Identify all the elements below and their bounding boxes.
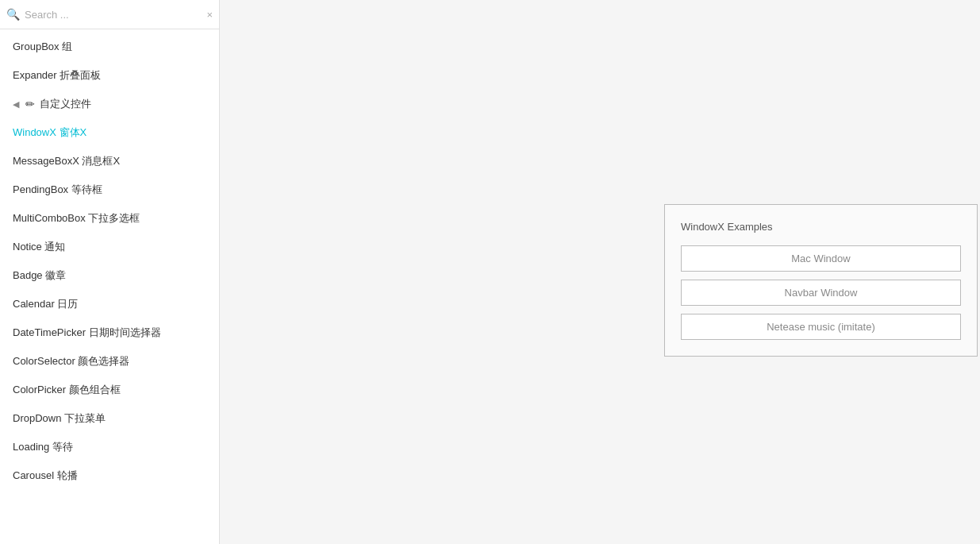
search-clear-button[interactable]: × [206, 10, 213, 20]
main-content: WindowX Examples Mac WindowNavbar Window… [220, 0, 980, 544]
sidebar-item-label: ColorPicker 颜色组合框 [13, 383, 121, 397]
search-icon: 🔍 [6, 8, 20, 21]
sidebar-item-groupbox[interactable]: GroupBox 组 [0, 33, 219, 61]
sidebar-item-label: Carousel 轮播 [13, 469, 78, 483]
windowx-examples-title: WindowX Examples [681, 221, 961, 233]
sidebar-item-messageboxX[interactable]: MessageBoxX 消息框X [0, 147, 219, 176]
sidebar-item-label: DropDown 下拉菜单 [13, 411, 106, 426]
sidebar-item-label: DateTimePicker 日期时间选择器 [13, 326, 161, 340]
sidebar-item-label: PendingBox 等待框 [13, 183, 102, 197]
sidebar-item-label: MultiComboBox 下拉多选框 [13, 211, 140, 226]
sidebar-item-datetimepicker[interactable]: DateTimePicker 日期时间选择器 [0, 318, 219, 347]
navbar-window-button[interactable]: Navbar Window [681, 280, 961, 306]
sidebar-item-label: GroupBox 组 [13, 40, 72, 54]
sidebar: 🔍 × GroupBox 组Expander 折叠面板◀✏自定义控件Window… [0, 0, 220, 544]
sidebar-item-colorselector[interactable]: ColorSelector 颜色选择器 [0, 347, 219, 376]
sidebar-item-multicombobox[interactable]: MultiComboBox 下拉多选框 [0, 204, 219, 233]
sidebar-item-label: WindowX 窗体X [13, 125, 86, 140]
pencil-icon: ✏ [25, 98, 35, 110]
windowx-buttons-container: Mac WindowNavbar WindowNetease music (im… [681, 245, 961, 340]
sidebar-item-expander[interactable]: Expander 折叠面板 [0, 61, 219, 90]
sidebar-item-colorpicker[interactable]: ColorPicker 颜色组合框 [0, 376, 219, 404]
sidebar-item-label: MessageBoxX 消息框X [13, 154, 120, 168]
sidebar-item-windowx[interactable]: WindowX 窗体X [0, 118, 219, 147]
sidebar-item-label: Expander 折叠面板 [13, 68, 101, 83]
sidebar-item-label: Loading 等待 [13, 440, 73, 454]
sidebar-item-label: Badge 徽章 [13, 268, 66, 283]
sidebar-item-label: ColorSelector 颜色选择器 [13, 354, 129, 368]
sidebar-item-label: Calendar 日历 [13, 297, 78, 311]
sidebar-item-badge[interactable]: Badge 徽章 [0, 261, 219, 290]
sidebar-item-notice[interactable]: Notice 通知 [0, 233, 219, 261]
sidebar-item-calendar[interactable]: Calendar 日历 [0, 290, 219, 318]
search-input[interactable] [25, 9, 202, 21]
sidebar-item-pendingbox[interactable]: PendingBox 等待框 [0, 176, 219, 204]
sidebar-item-label: Notice 通知 [13, 240, 65, 254]
search-bar: 🔍 × [0, 0, 219, 29]
mac-window-button[interactable]: Mac Window [681, 245, 961, 272]
netease-music-button[interactable]: Netease music (imitate) [681, 314, 961, 340]
sidebar-item-label: 自定义控件 [40, 97, 91, 111]
sidebar-item-loading[interactable]: Loading 等待 [0, 433, 219, 461]
windowx-examples-box: WindowX Examples Mac WindowNavbar Window… [664, 204, 978, 357]
arrow-icon: ◀ [13, 99, 19, 110]
sidebar-item-custom-controls[interactable]: ◀✏自定义控件 [0, 90, 219, 118]
sidebar-item-dropdown[interactable]: DropDown 下拉菜单 [0, 404, 219, 433]
sidebar-item-carousel[interactable]: Carousel 轮播 [0, 461, 219, 490]
sidebar-list: GroupBox 组Expander 折叠面板◀✏自定义控件WindowX 窗体… [0, 29, 219, 544]
